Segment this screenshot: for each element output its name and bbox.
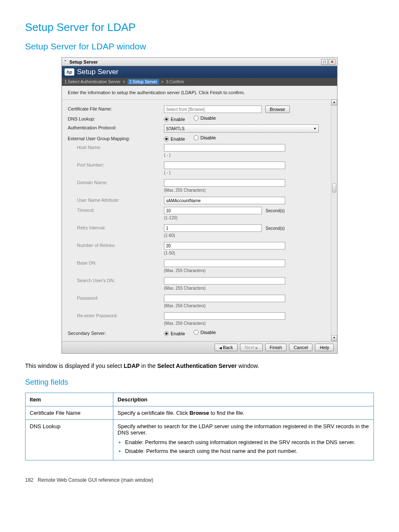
- basedn-hint: (Max. 255 Characters): [164, 268, 328, 273]
- timeout-label: Timeout:: [68, 207, 164, 213]
- timeout-input[interactable]: [164, 207, 262, 214]
- table-row: DNS Lookup Specify whether to search for…: [26, 419, 374, 460]
- help-button[interactable]: Help: [315, 344, 334, 351]
- scroll-up-icon[interactable]: ▴: [331, 100, 337, 105]
- password-hint: (Max. 256 Characters): [164, 303, 328, 308]
- searchdn-input[interactable]: [164, 277, 285, 285]
- domain-label: Domain Name:: [68, 179, 164, 185]
- th-desc: Description: [113, 393, 374, 406]
- close-icon[interactable]: ✕: [329, 59, 335, 65]
- ext-label: External User Group Mapping:: [68, 135, 164, 141]
- table-row: Certificate File Name Specify a certific…: [26, 406, 374, 419]
- basedn-input[interactable]: [164, 260, 285, 267]
- password-input[interactable]: [164, 295, 285, 302]
- domain-hint: (Max. 255 Characters): [164, 188, 328, 193]
- collapse-icon[interactable]: ⌃: [64, 59, 67, 64]
- dns-label: DNS Lookup:: [68, 116, 164, 121]
- window-title: Setup Server: [69, 59, 98, 64]
- hp-logo-icon: hp: [64, 68, 74, 76]
- numretries-input[interactable]: [164, 242, 285, 249]
- setup-server-window: ⌃ Setup Server □ ✕ hp Setup Server 1.Sel…: [61, 57, 338, 354]
- retry-input[interactable]: [164, 224, 262, 232]
- intro-text: This window is displayed if you select L…: [25, 362, 374, 370]
- scroll-thumb[interactable]: [332, 183, 336, 193]
- cert-label: Certificate File Name:: [68, 105, 164, 111]
- th-item: Item: [26, 393, 113, 406]
- next-button[interactable]: Next ▶: [240, 344, 263, 351]
- basedn-label: Base DN:: [68, 260, 164, 265]
- retry-unit: Second(s): [266, 226, 285, 231]
- maximize-icon[interactable]: □: [321, 59, 328, 65]
- dns-disable-radio[interactable]: Disable: [194, 116, 216, 121]
- repassword-label: Re-enter Password:: [68, 312, 164, 318]
- timeout-hint: (1-120): [164, 216, 328, 220]
- userattr-label: User Name Attribute:: [68, 197, 164, 203]
- chevron-down-icon: ▼: [313, 127, 317, 131]
- numretries-label: Number of Retries:: [68, 242, 164, 248]
- secondary-enable-radio[interactable]: Enable: [164, 331, 185, 336]
- page-footer: 182 Remote Web Console GUI reference (ma…: [25, 477, 374, 483]
- userattr-input[interactable]: [164, 197, 285, 204]
- repassword-hint: (Max. 256 Characters): [164, 321, 328, 326]
- secondary-label: Secondary Server:: [68, 330, 164, 336]
- host-input[interactable]: [164, 144, 285, 152]
- secondary-disable-radio[interactable]: Disable: [194, 330, 216, 335]
- wizard-breadcrumb: 1.Select Authentication Server > 2.Setup…: [62, 78, 337, 86]
- timeout-unit: Second(s): [266, 208, 285, 213]
- auth-protocol-select[interactable]: STARTLS ▼: [164, 124, 319, 133]
- banner-title: Setup Server: [77, 68, 118, 76]
- numretries-hint: (1-50): [164, 251, 328, 255]
- port-hint: ( - ): [164, 170, 328, 175]
- ext-disable-radio[interactable]: Disable: [194, 135, 216, 140]
- finish-button[interactable]: Finish: [265, 344, 286, 351]
- ext-enable-radio[interactable]: Enable: [164, 136, 185, 141]
- scrollbar[interactable]: ▴ ▾: [331, 100, 337, 341]
- searchdn-label: Search User's DN:: [68, 277, 164, 283]
- domain-input[interactable]: [164, 179, 285, 187]
- banner: hp Setup Server: [62, 66, 337, 78]
- breadcrumb-step-1: 1.Select Authentication Server: [64, 80, 120, 84]
- scroll-down-icon[interactable]: ▾: [331, 335, 337, 341]
- retry-hint: (1-60): [164, 233, 328, 238]
- breadcrumb-step-3: 3.Confirm: [166, 80, 184, 84]
- host-hint: ( - ): [164, 153, 328, 157]
- button-bar: ◀ Back Next ▶ Finish Cancel Help: [62, 341, 337, 353]
- form-area: ▴ ▾ Certificate File Name: Browse DNS Lo…: [62, 99, 337, 341]
- password-label: Password:: [68, 295, 164, 301]
- port-input[interactable]: [164, 162, 285, 169]
- section-title: Setup Server for LDAP window: [25, 41, 374, 51]
- breadcrumb-step-2: 2.Setup Server: [128, 79, 159, 85]
- searchdn-hint: (Max. 255 Characters): [164, 286, 328, 290]
- port-label: Port Number:: [68, 162, 164, 167]
- host-label: Host Name:: [68, 144, 164, 150]
- setting-fields-title: Setting fields: [25, 378, 374, 387]
- repassword-input[interactable]: [164, 312, 285, 320]
- cancel-button[interactable]: Cancel: [289, 344, 312, 351]
- cert-file-input[interactable]: [164, 105, 262, 113]
- retry-label: Retry Interval:: [68, 224, 164, 230]
- browse-button[interactable]: Browse: [265, 105, 290, 113]
- back-button[interactable]: ◀ Back: [215, 344, 238, 351]
- instruction-text: Enter the information to setup the authe…: [62, 86, 337, 99]
- window-titlebar: ⌃ Setup Server □ ✕: [62, 58, 337, 66]
- fields-table: Item Description Certificate File Name S…: [25, 393, 374, 460]
- auth-label: Authentication Protocol:: [68, 124, 164, 130]
- dns-enable-radio[interactable]: Enable: [164, 117, 185, 122]
- page-title: Setup Server for LDAP: [25, 21, 374, 34]
